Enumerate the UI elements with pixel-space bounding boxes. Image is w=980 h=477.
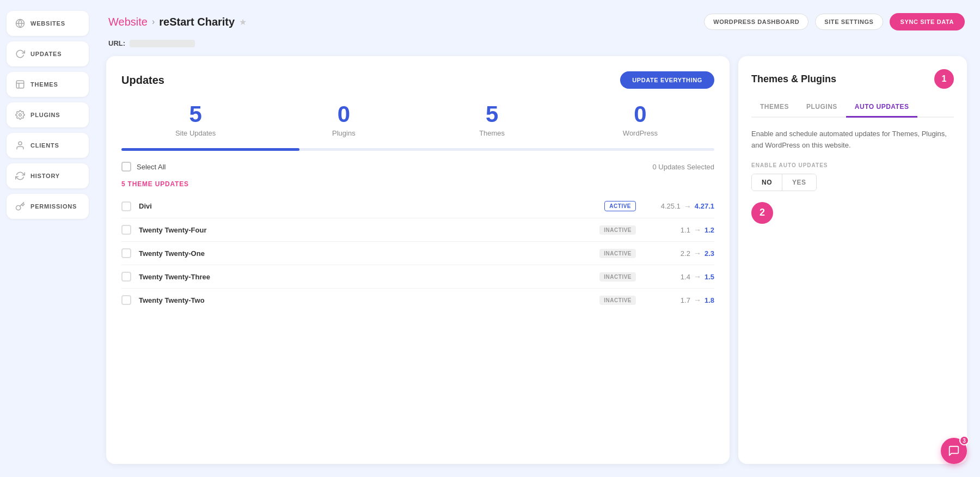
main-content: Website › reStart Charity ★ WORDPRESS DA… (95, 0, 980, 477)
version-from-tttw: 1.7 (681, 296, 690, 304)
sidebar-item-label-themes: THEMES (30, 81, 58, 88)
progress-bar (121, 148, 714, 151)
updates-title: Updates (121, 74, 164, 87)
table-row: Twenty Twenty-Three INACTIVE 1.4 → 1.5 (121, 265, 714, 289)
star-icon[interactable]: ★ (239, 17, 247, 27)
sidebar-item-permissions[interactable]: PERMISSIONS (7, 194, 89, 219)
arrow-icon-tto: → (694, 249, 701, 258)
status-badge-tto: INACTIVE (599, 249, 636, 258)
sidebar-item-label-permissions: PERMISSIONS (30, 203, 77, 210)
globe-icon (15, 19, 25, 28)
stat-label-plugins: Plugins (270, 129, 418, 137)
stat-number-wordpress: 0 (566, 102, 714, 127)
right-panel-title: Themes & Plugins (751, 74, 836, 85)
stat-plugins: 0 Plugins (270, 102, 418, 137)
sync-site-data-button[interactable]: SYNC SITE DATA (890, 13, 965, 30)
site-settings-button[interactable]: SITE SETTINGS (815, 14, 883, 30)
stat-themes: 5 Themes (418, 102, 566, 137)
sidebar-item-label-plugins: PLUGINS (30, 112, 60, 118)
version-info-ttf: 1.1 → 1.2 (644, 225, 714, 234)
gear-icon (15, 110, 25, 120)
toggle-yes-button[interactable]: YES (782, 174, 816, 191)
sidebar-item-updates[interactable]: UPDATES (7, 41, 89, 66)
chat-icon (948, 445, 960, 457)
breadcrumb-separator: › (152, 17, 155, 27)
update-everything-button[interactable]: UPDATE EVERYTHING (620, 71, 714, 89)
version-from-ttth: 1.4 (681, 273, 690, 281)
sidebar: WEBSITES UPDATES THEMES PLUGINS (0, 0, 95, 477)
select-all-row: Select All 0 Updates Selected (121, 162, 714, 172)
select-all-checkbox[interactable] (121, 162, 131, 172)
stat-label-themes: Themes (418, 129, 566, 137)
stat-site-updates: 5 Site Updates (121, 102, 270, 137)
status-badge-divi: ACTIVE (604, 201, 636, 211)
theme-name-divi: Divi (139, 202, 597, 210)
sidebar-item-websites[interactable]: WEBSITES (7, 11, 89, 36)
version-info-tttw: 1.7 → 1.8 (644, 296, 714, 304)
right-panel: Themes & Plugins 1 THEMES PLUGINS AUTO U… (738, 56, 967, 464)
sidebar-item-plugins[interactable]: PLUGINS (7, 102, 89, 127)
select-all-label[interactable]: Select All (137, 163, 166, 171)
svg-rect-2 (16, 81, 24, 88)
wordpress-dashboard-button[interactable]: WORDPRESS DASHBOARD (704, 14, 808, 30)
sidebar-item-clients[interactable]: CLIENTS (7, 133, 89, 158)
stat-number-site-updates: 5 (121, 102, 270, 127)
sidebar-item-label-history: HISTORY (30, 173, 60, 179)
theme-updates-heading: 5 THEME UPDATES (121, 180, 714, 188)
chat-button[interactable]: 3 (941, 438, 967, 464)
sidebar-item-label-clients: CLIENTS (30, 142, 59, 149)
version-to-tto: 2.3 (705, 249, 714, 258)
url-value (130, 40, 195, 47)
toggle-no-button[interactable]: NO (752, 174, 782, 191)
version-from-ttf: 1.1 (681, 226, 690, 234)
key-icon (15, 201, 25, 211)
select-all-left: Select All (121, 162, 166, 172)
theme-checkbox-tttw[interactable] (121, 295, 131, 305)
sidebar-item-themes[interactable]: THEMES (7, 72, 89, 97)
sidebar-item-history[interactable]: HISTORY (7, 163, 89, 188)
status-badge-tttw: INACTIVE (599, 296, 636, 305)
url-row: URL: (106, 39, 967, 47)
updates-selected-count: 0 Updates Selected (653, 163, 714, 171)
version-to-ttth: 1.5 (705, 273, 714, 281)
stat-number-plugins: 0 (270, 102, 418, 127)
tab-auto-updates[interactable]: AUTO UPDATES (846, 97, 918, 118)
breadcrumb-root[interactable]: Website (108, 16, 148, 28)
header-left: Website › reStart Charity ★ (108, 16, 247, 28)
progress-bar-fill (121, 148, 299, 151)
stat-label-wordpress: WordPress (566, 129, 714, 137)
arrow-icon-divi: → (684, 202, 691, 211)
theme-name-tto: Twenty Twenty-One (139, 249, 592, 258)
theme-name-tttw: Twenty Twenty-Two (139, 296, 592, 304)
chat-badge: 3 (959, 436, 969, 445)
sidebar-item-label-websites: WEBSITES (30, 20, 65, 27)
version-from-tto: 2.2 (681, 249, 690, 258)
stat-number-themes: 5 (418, 102, 566, 127)
theme-checkbox-ttf[interactable] (121, 225, 131, 235)
version-from-divi: 4.25.1 (661, 202, 681, 210)
theme-checkbox-divi[interactable] (121, 201, 131, 211)
auto-updates-toggle: NO YES (751, 174, 817, 191)
tab-plugins[interactable]: PLUGINS (798, 97, 846, 118)
right-panel-header: Themes & Plugins 1 (751, 69, 954, 89)
svg-point-5 (19, 114, 22, 117)
status-badge-ttf: INACTIVE (599, 225, 636, 235)
updates-header: Updates UPDATE EVERYTHING (121, 71, 714, 89)
table-row: Divi ACTIVE 4.25.1 → 4.27.1 (121, 194, 714, 218)
stats-row: 5 Site Updates 0 Plugins 5 Themes 0 Word… (121, 102, 714, 137)
tab-themes[interactable]: THEMES (751, 97, 798, 118)
version-to-divi: 4.27.1 (695, 202, 714, 210)
site-name: reStart Charity (159, 16, 235, 28)
arrow-icon-ttth: → (694, 272, 701, 281)
table-row: Twenty Twenty-One INACTIVE 2.2 → 2.3 (121, 242, 714, 265)
theme-checkbox-ttth[interactable] (121, 272, 131, 282)
version-to-tttw: 1.8 (705, 296, 714, 304)
clock-icon (15, 171, 25, 181)
theme-checkbox-tto[interactable] (121, 248, 131, 258)
layout-icon (15, 80, 25, 89)
stat-wordpress: 0 WordPress (566, 102, 714, 137)
table-row: Twenty Twenty-Four INACTIVE 1.1 → 1.2 (121, 218, 714, 242)
version-info-ttth: 1.4 → 1.5 (644, 272, 714, 281)
theme-name-ttth: Twenty Twenty-Three (139, 273, 592, 281)
version-info-divi: 4.25.1 → 4.27.1 (644, 202, 714, 211)
